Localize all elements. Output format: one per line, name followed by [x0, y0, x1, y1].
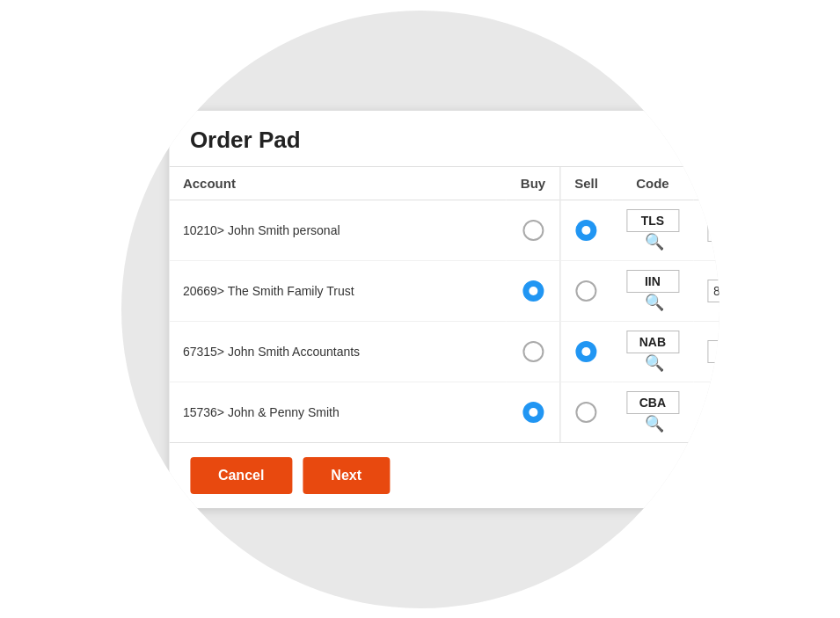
cell-code: TLS🔍 — [612, 200, 693, 260]
sell-radio[interactable] — [576, 341, 597, 362]
value-input[interactable] — [707, 280, 719, 302]
search-icon[interactable]: 🔍 — [645, 415, 664, 433]
cell-buy[interactable] — [507, 200, 560, 260]
dialog-title: Order Pad — [190, 127, 301, 153]
cell-buy[interactable] — [507, 260, 560, 321]
cell-sell[interactable] — [560, 321, 612, 382]
cell-sell[interactable] — [560, 260, 612, 321]
buy-radio[interactable] — [522, 402, 544, 423]
value-input[interactable] — [707, 401, 719, 424]
sell-radio[interactable] — [576, 220, 597, 241]
sell-radio[interactable] — [576, 280, 597, 302]
header-sell: Sell — [560, 167, 612, 200]
value-input[interactable] — [707, 340, 719, 363]
dialog-footer: Cancel Next — [169, 442, 719, 508]
header-buy: Buy — [507, 167, 560, 200]
buy-radio[interactable] — [522, 341, 544, 362]
cell-sell[interactable] — [560, 200, 612, 260]
cell-buy[interactable] — [507, 382, 560, 442]
table-row: 67315> John Smith AccountantsNAB🔍 — [169, 321, 719, 382]
sell-radio[interactable] — [576, 402, 597, 423]
dialog-header: Order Pad — [169, 111, 719, 167]
search-icon[interactable]: 🔍 — [645, 233, 664, 251]
header-account: Account — [169, 167, 507, 200]
cell-buy[interactable] — [507, 321, 560, 382]
cell-code: NAB🔍 — [612, 321, 693, 382]
table-header-row: Account Buy Sell Code — [169, 167, 719, 200]
value-input[interactable] — [707, 219, 719, 242]
cell-value[interactable] — [693, 382, 719, 442]
table-row: 15736> John & Penny SmithCBA🔍 — [169, 382, 719, 442]
cell-code: IIN🔍 — [612, 260, 693, 321]
search-icon[interactable]: 🔍 — [645, 354, 664, 372]
code-value: TLS — [626, 209, 679, 232]
search-icon[interactable]: 🔍 — [645, 294, 664, 311]
cell-value[interactable] — [693, 260, 719, 321]
next-button[interactable]: Next — [303, 457, 390, 494]
table-row: 10210> John Smith personalTLS🔍 — [169, 200, 719, 260]
buy-radio[interactable] — [522, 280, 544, 302]
cell-account: 15736> John & Penny Smith — [169, 382, 507, 442]
cell-account: 10210> John Smith personal — [169, 200, 507, 260]
code-value: CBA — [626, 391, 679, 414]
header-code: Code — [612, 167, 693, 200]
order-pad-dialog: Order Pad Account Buy Sell Code 10 — [169, 111, 719, 508]
background-circle: Order Pad Account Buy Sell Code 10 — [121, 11, 719, 608]
code-value: NAB — [626, 331, 679, 353]
cell-code: CBA🔍 — [612, 382, 693, 442]
table-wrapper: Account Buy Sell Code 10210> John Smith … — [169, 167, 719, 442]
cell-value[interactable] — [693, 200, 719, 260]
table-row: 20669> The Smith Family TrustIIN🔍 — [169, 260, 719, 321]
buy-radio[interactable] — [522, 220, 544, 241]
cell-sell[interactable] — [560, 382, 612, 442]
code-value: IIN — [626, 270, 679, 293]
cell-account: 20669> The Smith Family Trust — [169, 260, 507, 321]
dialog-body: Account Buy Sell Code 10210> John Smith … — [169, 167, 719, 442]
cancel-button[interactable]: Cancel — [190, 457, 292, 494]
cell-value[interactable] — [693, 321, 719, 382]
header-value — [693, 167, 719, 200]
cell-account: 67315> John Smith Accountants — [169, 321, 507, 382]
order-table: Account Buy Sell Code 10210> John Smith … — [169, 167, 719, 442]
